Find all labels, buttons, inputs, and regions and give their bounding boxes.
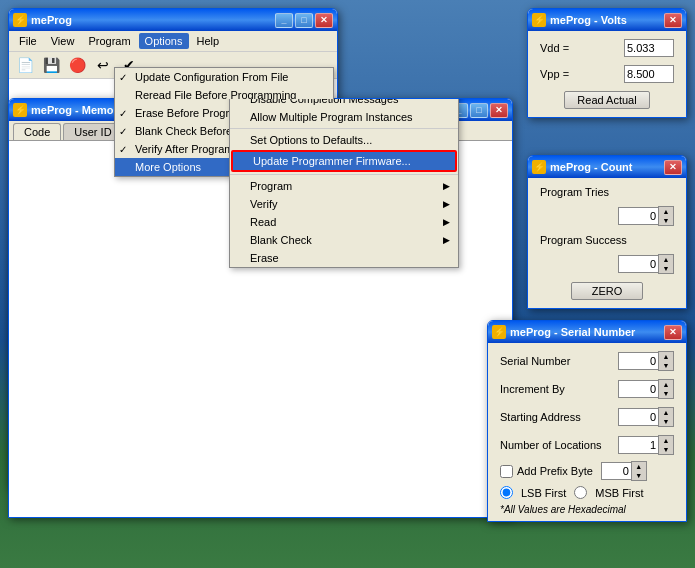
sub-erase[interactable]: Erase <box>230 249 458 267</box>
sub-read[interactable]: Read ▶ <box>230 213 458 231</box>
program-success-row: Program Success <box>532 230 682 250</box>
menu-view[interactable]: View <box>45 33 81 49</box>
lsb-first-label: LSB First <box>521 487 566 499</box>
program-success-down[interactable]: ▼ <box>659 264 673 273</box>
increment-by-up[interactable]: ▲ <box>659 380 673 389</box>
sub-disable-completion[interactable]: Disable Completion Messages <box>230 98 458 108</box>
increment-by-row: Increment By ▲ ▼ <box>492 375 682 403</box>
menu-program[interactable]: Program <box>82 33 136 49</box>
main-minimize-btn[interactable]: _ <box>275 13 293 28</box>
starting-address-up[interactable]: ▲ <box>659 408 673 417</box>
increment-by-down[interactable]: ▼ <box>659 389 673 398</box>
tab-code[interactable]: Code <box>13 123 61 140</box>
sub-verify[interactable]: Verify ▶ <box>230 195 458 213</box>
menu-file[interactable]: File <box>13 33 43 49</box>
sub-separator2 <box>230 174 458 175</box>
count-title-text: ⚡ meProg - Count <box>532 160 633 174</box>
sub-separator1 <box>230 128 458 129</box>
zero-btn[interactable]: ZERO <box>571 282 644 300</box>
serial-title-bar: ⚡ meProg - Serial Number ✕ <box>488 321 686 343</box>
add-prefix-down[interactable]: ▼ <box>632 471 646 480</box>
starting-address-down[interactable]: ▼ <box>659 417 673 426</box>
program-success-label: Program Success <box>540 234 627 246</box>
serial-number-row: Serial Number ▲ ▼ <box>492 347 682 375</box>
serial-close-btn[interactable]: ✕ <box>664 325 682 340</box>
toolbar-undo-btn[interactable]: ↩ <box>91 54 115 76</box>
menu-options[interactable]: Options <box>139 33 189 49</box>
vdd-row: Vdd = <box>532 35 682 61</box>
sub-program[interactable]: Program ▶ <box>230 177 458 195</box>
num-locations-input[interactable] <box>618 436 658 454</box>
increment-by-spinner: ▲ ▼ <box>618 379 674 399</box>
program-tries-input[interactable] <box>618 207 658 225</box>
program-success-arrows: ▲ ▼ <box>658 254 674 274</box>
program-tries-input-row: ▲ ▼ <box>532 202 682 230</box>
program-success-input[interactable] <box>618 255 658 273</box>
count-window: ⚡ meProg - Count ✕ Program Tries ▲ ▼ Pro… <box>527 155 687 309</box>
volts-title-label: meProg - Volts <box>550 14 627 26</box>
volts-close-btn[interactable]: ✕ <box>664 13 682 28</box>
count-body: Program Tries ▲ ▼ Program Success ▲ ▼ <box>528 178 686 308</box>
lsb-first-radio[interactable] <box>500 486 513 499</box>
check-blank: ✓ <box>119 126 127 137</box>
program-tries-up[interactable]: ▲ <box>659 207 673 216</box>
starting-address-label: Starting Address <box>500 411 581 423</box>
count-title-buttons: ✕ <box>664 160 682 175</box>
serial-window: ⚡ meProg - Serial Number ✕ Serial Number… <box>487 320 687 522</box>
serial-window-icon: ⚡ <box>492 325 506 339</box>
main-maximize-btn[interactable]: □ <box>295 13 313 28</box>
add-prefix-byte-label: Add Prefix Byte <box>517 465 593 477</box>
menu-help[interactable]: Help <box>191 33 226 49</box>
toolbar-save-btn[interactable]: 🔴 <box>65 54 89 76</box>
program-tries-label: Program Tries <box>540 186 609 198</box>
more-options-submenu: ✓ Verify Target Device ID Program Fast L… <box>229 98 459 268</box>
serial-body: Serial Number ▲ ▼ Increment By ▲ ▼ Start… <box>488 343 686 521</box>
program-success-up[interactable]: ▲ <box>659 255 673 264</box>
sub-allow-multiple[interactable]: Allow Multiple Program Instances <box>230 108 458 126</box>
serial-title-text: ⚡ meProg - Serial Number <box>492 325 635 339</box>
add-prefix-spinner: ▲ ▼ <box>601 461 647 481</box>
program-tries-arrows: ▲ ▼ <box>658 206 674 226</box>
verify-arrow: ▶ <box>443 199 450 209</box>
toolbar-open-btn[interactable]: 💾 <box>39 54 63 76</box>
num-locations-spinner: ▲ ▼ <box>618 435 674 455</box>
read-actual-btn[interactable]: Read Actual <box>564 91 649 109</box>
main-title-buttons: _ □ ✕ <box>275 13 333 28</box>
vdd-input[interactable] <box>624 39 674 57</box>
check-verify: ✓ <box>119 144 127 155</box>
num-locations-down[interactable]: ▼ <box>659 445 673 454</box>
vpp-input[interactable] <box>624 65 674 83</box>
serial-number-down[interactable]: ▼ <box>659 361 673 370</box>
starting-address-row: Starting Address ▲ ▼ <box>492 403 682 431</box>
serial-number-up[interactable]: ▲ <box>659 352 673 361</box>
add-prefix-byte-row: Add Prefix Byte ▲ ▼ <box>492 459 682 483</box>
main-menu-bar: File View Program Options Help <box>9 31 337 52</box>
count-close-btn[interactable]: ✕ <box>664 160 682 175</box>
vpp-label: Vpp = <box>540 68 569 80</box>
add-prefix-byte-checkbox[interactable] <box>500 465 513 478</box>
starting-address-input[interactable] <box>618 408 658 426</box>
add-prefix-up[interactable]: ▲ <box>632 462 646 471</box>
serial-number-arrows: ▲ ▼ <box>658 351 674 371</box>
increment-by-input[interactable] <box>618 380 658 398</box>
memo-maximize-btn[interactable]: □ <box>470 103 488 118</box>
msb-first-radio[interactable] <box>574 486 587 499</box>
vdd-label: Vdd = <box>540 42 569 54</box>
sub-set-defaults[interactable]: Set Options to Defaults... <box>230 131 458 149</box>
sub-blank-check[interactable]: Blank Check ▶ <box>230 231 458 249</box>
serial-number-input[interactable] <box>618 352 658 370</box>
num-locations-up[interactable]: ▲ <box>659 436 673 445</box>
program-tries-down[interactable]: ▼ <box>659 216 673 225</box>
program-tries-row: Program Tries <box>532 182 682 202</box>
num-locations-row: Number of Locations ▲ ▼ <box>492 431 682 459</box>
byte-order-row: LSB First MSB First <box>492 483 682 502</box>
main-title-label: meProg <box>31 14 72 26</box>
memo-title-label: meProg - Memo <box>31 104 114 116</box>
volts-window-icon: ⚡ <box>532 13 546 27</box>
sub-update-firmware[interactable]: Update Programmer Firmware... <box>233 152 455 170</box>
memo-close-btn[interactable]: ✕ <box>490 103 508 118</box>
main-close-btn[interactable]: ✕ <box>315 13 333 28</box>
add-prefix-input[interactable] <box>601 462 631 480</box>
toolbar-new-btn[interactable]: 📄 <box>13 54 37 76</box>
option-update-config[interactable]: ✓ Update Configuration From File <box>115 68 333 86</box>
